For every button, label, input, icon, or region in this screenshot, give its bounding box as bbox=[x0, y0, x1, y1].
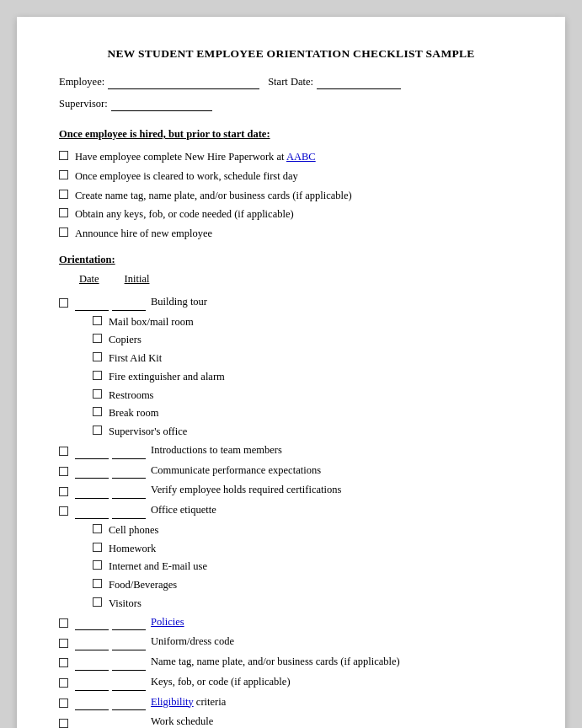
item-text: Visitors bbox=[109, 596, 141, 612]
checkbox[interactable] bbox=[93, 426, 102, 435]
checkbox[interactable] bbox=[93, 371, 102, 380]
checkbox[interactable] bbox=[59, 506, 68, 516]
checkbox[interactable] bbox=[59, 678, 68, 688]
orient-row-left bbox=[59, 634, 151, 650]
checkbox[interactable] bbox=[93, 597, 102, 607]
sub-list: Mail box/mail room Copiers First Aid Kit… bbox=[93, 314, 523, 440]
list-item: Fire extinguisher and alarm bbox=[93, 369, 523, 385]
checkbox[interactable] bbox=[59, 190, 68, 199]
supervisor-field-group: Supervisor: bbox=[59, 98, 212, 111]
date-blank bbox=[75, 294, 109, 311]
checkbox[interactable] bbox=[59, 487, 68, 496]
orient-row-left bbox=[59, 294, 151, 311]
pre-start-heading: Once employee is hired, but prior to sta… bbox=[59, 128, 523, 141]
checkbox[interactable] bbox=[93, 524, 102, 533]
list-item: Policies bbox=[59, 614, 523, 631]
item-text: Food/Beverages bbox=[109, 577, 177, 593]
checkbox[interactable] bbox=[59, 618, 68, 628]
item-text: Keys, fob, or code (if applicable) bbox=[151, 674, 291, 690]
checkbox[interactable] bbox=[59, 228, 68, 237]
sub-list: Cell phones Homework Internet and E-mail… bbox=[93, 522, 523, 612]
list-item: Name tag, name plate, and/or business ca… bbox=[59, 654, 523, 671]
checkbox[interactable] bbox=[59, 639, 68, 648]
item-text: Office etiquette bbox=[151, 502, 216, 518]
checkbox[interactable] bbox=[59, 208, 68, 217]
item-text: Communicate performance expectations bbox=[151, 463, 321, 479]
list-item: Copiers bbox=[93, 332, 523, 348]
date-blank bbox=[75, 463, 109, 479]
date-blank bbox=[75, 634, 109, 650]
orient-row-left bbox=[59, 654, 151, 671]
list-item: Introductions to team members bbox=[59, 442, 523, 459]
list-item: Verify employee holds required certifica… bbox=[59, 482, 523, 499]
checkbox[interactable] bbox=[93, 560, 102, 570]
initial-blank bbox=[112, 694, 146, 711]
initial-blank bbox=[112, 442, 146, 459]
employee-line bbox=[108, 76, 259, 89]
checkbox[interactable] bbox=[93, 352, 102, 361]
list-item: Mail box/mail room bbox=[93, 314, 523, 330]
initial-blank bbox=[112, 634, 146, 650]
checkbox[interactable] bbox=[59, 719, 68, 728]
aabc-link[interactable]: AABC bbox=[286, 151, 316, 163]
orientation-section: Orientation: Date Initial Building tour … bbox=[59, 254, 523, 728]
list-item: Restrooms bbox=[93, 388, 523, 404]
supervisor-label: Supervisor: bbox=[59, 98, 108, 110]
list-item: Work schedule bbox=[59, 714, 523, 728]
checkbox[interactable] bbox=[93, 579, 102, 588]
orient-row-left bbox=[59, 674, 151, 691]
orient-row-left bbox=[59, 694, 151, 711]
item-text: Create name tag, name plate, and/or busi… bbox=[75, 188, 523, 204]
list-item: Obtain any keys, fob, or code needed (if… bbox=[59, 206, 523, 222]
date-col-header: Date bbox=[79, 273, 99, 286]
checkbox[interactable] bbox=[93, 389, 102, 399]
item-text: Cell phones bbox=[109, 522, 158, 538]
checkbox[interactable] bbox=[93, 407, 102, 416]
date-blank bbox=[75, 502, 109, 519]
checkbox[interactable] bbox=[59, 658, 68, 667]
item-text: Homework bbox=[109, 541, 156, 557]
list-item: Announce hire of new employee bbox=[59, 226, 523, 242]
checkbox[interactable] bbox=[59, 699, 68, 708]
list-item: Break room bbox=[93, 405, 523, 421]
header-fields: Employee: Start Date: Supervisor: bbox=[59, 76, 523, 111]
list-item: Uniform/dress code bbox=[59, 634, 523, 650]
eligibility-link[interactable]: Eligibility bbox=[151, 696, 194, 708]
checkbox[interactable] bbox=[59, 170, 68, 179]
item-text: Internet and E-mail use bbox=[109, 559, 207, 575]
list-item: Cell phones bbox=[93, 522, 523, 538]
employee-field-group: Employee: bbox=[59, 76, 259, 89]
orient-row-left bbox=[59, 502, 151, 519]
employee-label: Employee: bbox=[59, 76, 104, 88]
item-text: Mail box/mail room bbox=[109, 314, 194, 330]
date-blank bbox=[75, 442, 109, 459]
item-text: Eligibility criteria bbox=[151, 694, 226, 710]
list-item: Visitors bbox=[93, 596, 523, 612]
initial-col-header: Initial bbox=[125, 273, 150, 286]
start-date-field-group: Start Date: bbox=[268, 76, 401, 89]
checkbox[interactable] bbox=[59, 447, 68, 456]
item-text: Announce hire of new employee bbox=[75, 226, 523, 242]
checkbox[interactable] bbox=[93, 543, 102, 552]
initial-blank bbox=[112, 463, 146, 479]
checkbox[interactable] bbox=[93, 334, 102, 343]
checkbox[interactable] bbox=[59, 298, 68, 308]
policies-link[interactable]: Policies bbox=[151, 616, 184, 628]
checkbox[interactable] bbox=[59, 467, 68, 476]
checkbox[interactable] bbox=[59, 151, 68, 160]
initial-blank bbox=[112, 674, 146, 691]
item-text: Have employee complete New Hire Paperwor… bbox=[75, 149, 523, 165]
start-date-label: Start Date: bbox=[268, 76, 313, 88]
list-item: Create name tag, name plate, and/or busi… bbox=[59, 188, 523, 204]
checkbox[interactable] bbox=[93, 316, 102, 325]
document-page: NEW STUDENT EMPLOYEE ORIENTATION CHECKLI… bbox=[17, 17, 565, 728]
item-text: Uniform/dress code bbox=[151, 634, 234, 650]
item-text: Copiers bbox=[109, 332, 141, 348]
item-text: Verify employee holds required certifica… bbox=[151, 482, 341, 498]
list-item: Have employee complete New Hire Paperwor… bbox=[59, 149, 523, 165]
item-text: Restrooms bbox=[109, 388, 153, 404]
item-text: Name tag, name plate, and/or business ca… bbox=[151, 654, 400, 670]
list-item: First Aid Kit bbox=[93, 351, 523, 367]
orient-row-left bbox=[59, 442, 151, 459]
date-blank bbox=[75, 482, 109, 499]
